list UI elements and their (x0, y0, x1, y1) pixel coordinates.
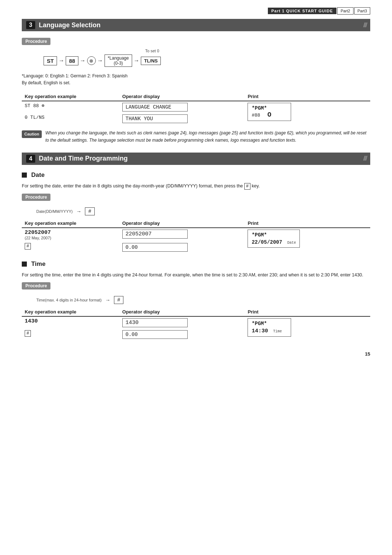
row2-disp: THANK YOU (119, 113, 245, 125)
part1-label: Part 1 QUICK START GUIDE (268, 8, 337, 14)
section4: 4 Date and Time Programming /// Date For… (22, 153, 370, 340)
date-col-disp: Operator display (119, 219, 245, 228)
date-title: Date (22, 171, 370, 179)
arrow3: → (97, 57, 103, 64)
date-col-print: Print (245, 219, 370, 228)
hash-key-row2: # (25, 243, 31, 250)
circle-x-key: ⊗ (87, 56, 96, 65)
table-row: 1430 1430 *PGM* 14:30 Time (22, 316, 370, 329)
caution-badge: Caution (22, 130, 42, 138)
time-row2-key: # (22, 329, 119, 340)
lang-note2: By default, English is set. (22, 80, 370, 86)
num88-key: 88 (66, 56, 78, 65)
section3: 3 Language Selection /// Procedure To se… (22, 19, 370, 144)
time-table: Key operation example Operator display P… (22, 308, 370, 340)
procedure-badge-date: Procedure (22, 194, 50, 201)
time-col-key: Key operation example (22, 308, 119, 316)
hash-key-inline: # (244, 183, 250, 190)
section3-table: Key operation example Operator display P… (22, 92, 370, 125)
section3-header: 3 Language Selection /// (22, 19, 370, 31)
hash-key-time: # (114, 296, 123, 304)
row2-key: 0 TL/NS (22, 113, 119, 125)
section3-number: 3 (26, 21, 35, 29)
col-key-header: Key operation example (22, 92, 119, 101)
date-table: Key operation example Operator display P… (22, 219, 370, 253)
header-bar: Part 1 QUICK START GUIDE Part2 Part3 (22, 7, 370, 15)
lang-notes: *Language: 0: English 1: German 2: Frenc… (22, 73, 370, 86)
time-row1-print: *PGM* 14:30 Time (245, 316, 370, 340)
date-body: For setting the date, enter the date in … (22, 182, 370, 190)
caution-text: When you change the language, the texts … (45, 130, 370, 143)
time-body: For setting the time, enter the time in … (22, 271, 370, 279)
section4-number: 4 (26, 155, 35, 163)
col-disp-header: Operator display (119, 92, 245, 101)
section4-header: 4 Date and Time Programming /// (22, 153, 370, 165)
section3-title: Language Selection (39, 21, 101, 29)
tlns-key: TL/NS (141, 57, 161, 65)
to-set-label: To set 0 (145, 49, 370, 53)
section4-title: Date and Time Programming (39, 155, 128, 162)
arrow2: → (80, 57, 86, 64)
section3-diagram: ST → 88 → ⊗ → *Language(0-3) → TL/NS (44, 54, 370, 67)
date-subsection: Date For setting the date, enter the dat… (22, 171, 370, 253)
date-row2-key: # (22, 242, 119, 253)
caution-block: Caution When you change the language, th… (22, 130, 370, 143)
row1-print: *PGM* #88 O (245, 101, 370, 125)
time-row1-disp: 1430 (119, 316, 245, 329)
procedure-badge-s3: Procedure (22, 38, 50, 45)
time-col-disp: Operator display (119, 308, 245, 316)
lang-box: *Language(0-3) (105, 54, 132, 67)
section4-lines: /// (363, 155, 367, 162)
time-title: Time (22, 260, 370, 268)
date-row1-print: *PGM* 22/05/2007 Date (245, 228, 370, 253)
page-number: 15 (22, 351, 370, 357)
date-col-key: Key operation example (22, 219, 119, 228)
time-procedure-diagram: Time(max. 4 digits in 24-hour format) → … (36, 296, 370, 304)
st-key: ST (44, 56, 57, 65)
time-col-print: Print (245, 308, 370, 316)
black-square-time (22, 262, 27, 267)
table-row: ST 88 ⊗ LANGUAGE CHANGE *PGM* #88 O (22, 101, 370, 113)
lang-note1: *Language: 0: English 1: German 2: Frenc… (22, 73, 370, 80)
col-print-header: Print (245, 92, 370, 101)
part2-label: Part2 (337, 7, 353, 15)
row1-key: ST 88 ⊗ (22, 101, 119, 113)
arrow1: → (58, 57, 64, 64)
arrow4: → (134, 57, 139, 64)
hash-key-date: # (85, 207, 94, 215)
procedure-badge-time: Procedure (22, 282, 50, 289)
time-row2-disp: 0.00 (119, 329, 245, 340)
part3-label: Part3 (354, 7, 370, 15)
date-procedure-diagram: Date(DD/MM/YYYY) → # (36, 207, 370, 215)
date-row1-key: 22052007 (22 May, 2007) (22, 228, 119, 242)
time-subsection: Time For setting the time, enter the tim… (22, 260, 370, 340)
hash-key-time-row2: # (25, 330, 31, 337)
date-row2-disp: 0.00 (119, 242, 245, 253)
row1-disp: LANGUAGE CHANGE (119, 101, 245, 113)
black-square-date (22, 173, 27, 178)
date-row1-disp: 22052007 (119, 228, 245, 242)
time-row1-key: 1430 (22, 316, 119, 329)
table-row: 22052007 (22 May, 2007) 22052007 *PGM* 2… (22, 228, 370, 242)
section3-lines: /// (363, 21, 367, 29)
